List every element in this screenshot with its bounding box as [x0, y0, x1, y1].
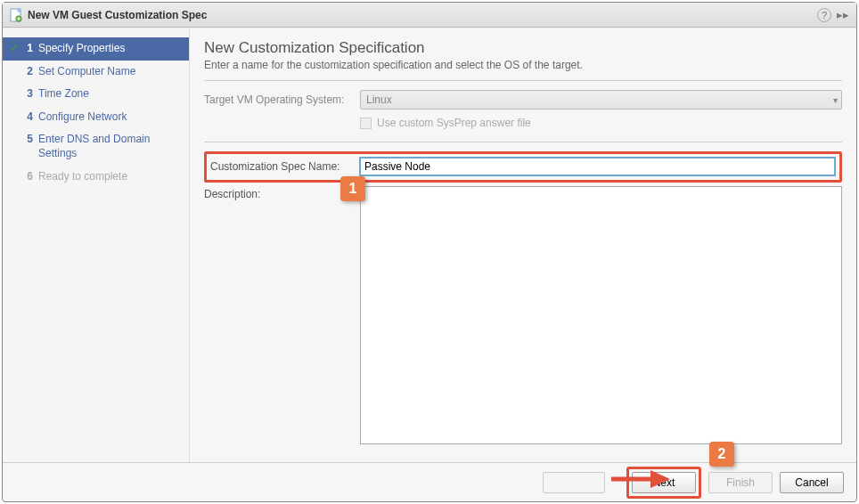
chevron-down-icon: ▾: [833, 95, 838, 105]
separator-2: [204, 142, 842, 142]
dialog-body: ✓ 1 Specify Properties 2 Set Computer Na…: [3, 28, 856, 462]
sysprep-row: Use custom SysPrep answer file: [360, 117, 842, 129]
step-time-zone[interactable]: 3 Time Zone: [3, 83, 189, 106]
back-button-hidden: [543, 472, 605, 493]
target-os-label: Target VM Operating System:: [204, 93, 360, 106]
titlebar: New VM Guest Customization Spec ? ▸▸: [3, 3, 856, 28]
description-textarea[interactable]: [360, 186, 842, 444]
expand-icon[interactable]: ▸▸: [837, 8, 849, 21]
annotation-callout-2: 2: [709, 442, 734, 467]
target-os-value: Linux: [366, 93, 392, 106]
step-dns-domain[interactable]: 5 Enter DNS and Domain Settings: [3, 128, 189, 165]
sysprep-label: Use custom SysPrep answer file: [377, 117, 531, 129]
step-set-computer-name[interactable]: 2 Set Computer Name: [3, 61, 189, 84]
dialog-window: New VM Guest Customization Spec ? ▸▸ ✓ 1…: [2, 2, 857, 502]
page-heading: New Customization Specification: [204, 39, 842, 57]
help-icon[interactable]: ?: [817, 8, 831, 22]
spec-name-input[interactable]: [359, 157, 836, 176]
step-configure-network[interactable]: 4 Configure Network: [3, 106, 189, 129]
spec-name-row: Customization Spec Name:: [210, 157, 836, 176]
dialog-title: New VM Guest Customization Spec: [28, 9, 817, 21]
step-specify-properties[interactable]: ✓ 1 Specify Properties: [3, 37, 189, 61]
target-os-dropdown[interactable]: Linux ▾: [360, 90, 842, 110]
page-subtitle: Enter a name for the customization speci…: [204, 59, 842, 71]
annotation-callout-1: 1: [340, 176, 365, 201]
check-icon: ✓: [8, 42, 20, 56]
finish-button: Finish: [708, 472, 773, 493]
target-os-row: Target VM Operating System: Linux ▾: [204, 90, 842, 110]
cancel-button[interactable]: Cancel: [780, 472, 844, 493]
spec-name-label: Customization Spec Name:: [210, 160, 359, 173]
step-ready-complete: 6 Ready to complete: [3, 166, 189, 189]
arrow-annotation-icon: [609, 467, 672, 493]
sysprep-checkbox: [360, 118, 372, 129]
separator: [204, 80, 842, 81]
description-row: Description:: [204, 186, 842, 444]
document-icon: [10, 8, 22, 22]
svg-marker-3: [650, 470, 670, 488]
description-label: Description:: [204, 186, 360, 200]
content-panel: New Customization Specification Enter a …: [190, 28, 856, 462]
footer-buttons: Next Finish Cancel: [3, 462, 856, 501]
annotation-highlight-1: Customization Spec Name:: [204, 151, 842, 183]
wizard-sidebar: ✓ 1 Specify Properties 2 Set Computer Na…: [3, 28, 190, 462]
